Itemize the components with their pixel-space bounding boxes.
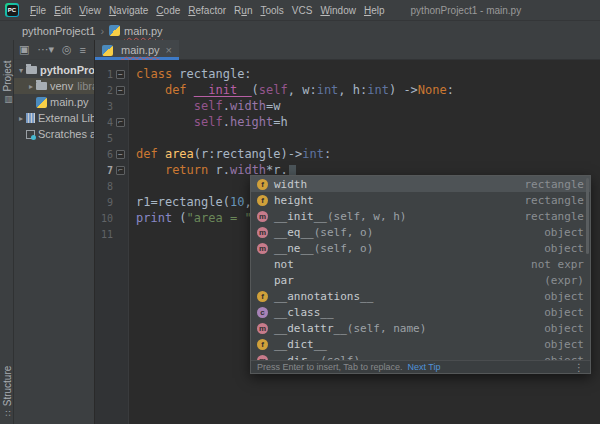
menu-item-window[interactable]: Window: [316, 5, 360, 16]
more-icon[interactable]: ⋮: [574, 362, 584, 373]
pycharm-logo-icon: PC: [5, 3, 19, 17]
chevron-down-icon[interactable]: ▾: [16, 66, 26, 75]
completion-item-dict[interactable]: f__dict__object: [251, 336, 590, 352]
editor-tab-bar: main.py ×: [95, 40, 600, 60]
fold-open-icon[interactable]: −: [116, 150, 125, 159]
pycharm-window: PC FileEditViewNavigateCodeRefactorRunTo…: [0, 0, 600, 424]
breadcrumb: pythonProject1 › main.py: [0, 21, 600, 40]
tree-item-main-py[interactable]: main.py: [14, 94, 94, 110]
completion-footer: Press Enter to insert, Tab to replace. N…: [251, 360, 590, 373]
code-line[interactable]: self.height=h: [136, 114, 600, 130]
tool-tab-structure[interactable]: ∷ Structure: [2, 366, 13, 416]
code-line[interactable]: class rectangle:: [136, 66, 600, 82]
code-line[interactable]: def __init__(self, w:int, h:int) ->None:: [136, 82, 600, 98]
tree-item-annotation: library root: [77, 80, 94, 92]
popup-scrollbar[interactable]: [586, 178, 589, 254]
fold-end-icon[interactable]: ⌐: [116, 118, 125, 127]
line-number: 9: [95, 197, 113, 208]
completion-type: rectangle: [516, 210, 584, 223]
line-number: 8: [95, 181, 113, 192]
gutter-line: 6−: [95, 146, 128, 162]
code-line[interactable]: [136, 130, 600, 146]
blank-icon: [257, 275, 268, 286]
class-icon: c: [257, 307, 268, 318]
tree-item-pythonproject1[interactable]: ▾pythonProject1: [14, 62, 94, 78]
completion-item-class[interactable]: c__class__object: [251, 304, 590, 320]
fold-marker[interactable]: −: [113, 86, 128, 95]
field-icon: f: [257, 195, 268, 206]
breadcrumb-project[interactable]: pythonProject1: [22, 25, 95, 37]
completion-type: not expr: [523, 258, 584, 271]
chevron-right-icon[interactable]: ▸: [26, 82, 36, 91]
completion-item-par[interactable]: par(expr): [251, 272, 590, 288]
completion-item-height[interactable]: fheightrectangle: [251, 192, 590, 208]
fold-open-icon[interactable]: −: [116, 70, 125, 79]
completion-label: height: [274, 194, 314, 207]
tree-item-label: venv: [50, 80, 73, 92]
fold-marker[interactable]: −: [113, 70, 128, 79]
completion-label: width: [274, 178, 307, 191]
tab-main-py[interactable]: main.py ×: [95, 40, 179, 60]
tree-item-scratches-and-consoles[interactable]: Scratches and Consoles: [14, 126, 94, 142]
completion-type: object: [536, 322, 584, 335]
folder-icon: [36, 82, 47, 90]
breadcrumb-file[interactable]: main.py: [124, 25, 163, 37]
fold-marker[interactable]: −: [113, 150, 128, 159]
completion-item-init[interactable]: m__init__(self, w, h)rectangle: [251, 208, 590, 224]
completion-label: __dict__: [274, 338, 327, 351]
completion-type: object: [536, 226, 584, 239]
menu-item-run[interactable]: Run: [230, 5, 256, 16]
menu-item-file[interactable]: File: [26, 5, 50, 16]
gutter-line: 3: [95, 98, 128, 114]
completion-item-not[interactable]: notnot expr: [251, 256, 590, 272]
completion-label: not: [274, 258, 294, 271]
completion-hint: Press Enter to insert, Tab to replace.: [257, 362, 402, 372]
tool-tab-project-label: Project: [2, 60, 13, 91]
gutter-line: 10: [95, 210, 128, 226]
menu-item-navigate[interactable]: Navigate: [105, 5, 152, 16]
menu-item-tools[interactable]: Tools: [256, 5, 287, 16]
menu-item-vcs[interactable]: VCS: [288, 5, 317, 16]
line-number: 4: [95, 117, 113, 128]
breadcrumb-separator-icon: ›: [100, 25, 104, 37]
next-tip-link[interactable]: Next Tip: [407, 362, 440, 372]
completion-item-delattr[interactable]: m__delattr__(self, name)object: [251, 320, 590, 336]
tree-item-external-libraries[interactable]: ▸External Libraries: [14, 110, 94, 126]
tab-close-icon[interactable]: ×: [166, 44, 172, 56]
code-line[interactable]: def area(r:rectangle)->int:: [136, 146, 600, 162]
method-icon: m: [257, 211, 268, 222]
menu-item-help[interactable]: Help: [360, 5, 389, 16]
line-number: 5: [95, 133, 113, 144]
fold-open-icon[interactable]: −: [116, 86, 125, 95]
tool-tab-project[interactable]: ▤ Project: [2, 60, 13, 104]
collapse-all-icon[interactable]: ≡: [80, 44, 86, 56]
completion-tail: (self, w, h): [327, 210, 406, 223]
locate-file-icon[interactable]: ◎: [62, 43, 72, 56]
method-icon: m: [257, 355, 268, 361]
code-line[interactable]: self.width=w: [136, 98, 600, 114]
completion-popup: fwidthrectanglefheightrectanglem__init__…: [250, 175, 591, 374]
completion-item-dir[interactable]: m__dir__(self)object: [251, 352, 590, 360]
fold-marker[interactable]: ⌐: [113, 166, 128, 175]
gutter-line: 2−: [95, 82, 128, 98]
panel-view-icon[interactable]: ▣: [19, 43, 29, 56]
completion-type: object: [536, 290, 584, 303]
gutter-line: 11: [95, 226, 128, 242]
menu-item-refactor[interactable]: Refactor: [184, 5, 230, 16]
panel-options-icon[interactable]: ⋯▾: [37, 43, 54, 56]
tree-item-label: pythonProject1: [40, 64, 94, 76]
fold-marker[interactable]: ⌐: [113, 118, 128, 127]
menu-item-edit[interactable]: Edit: [50, 5, 75, 16]
line-number: 7: [95, 165, 113, 176]
python-file-icon: [109, 25, 120, 36]
tree-item-venv[interactable]: ▸venvlibrary root: [14, 78, 94, 94]
gutter-line: 1−: [95, 66, 128, 82]
completion-item-width[interactable]: fwidthrectangle: [251, 176, 590, 192]
fold-end-icon[interactable]: ⌐: [116, 166, 125, 175]
menu-item-view[interactable]: View: [75, 5, 105, 16]
completion-item-ne[interactable]: m__ne__(self, o)object: [251, 240, 590, 256]
chevron-right-icon[interactable]: ▸: [16, 114, 26, 123]
completion-item-annotations[interactable]: f__annotations__object: [251, 288, 590, 304]
menu-item-code[interactable]: Code: [152, 5, 184, 16]
completion-item-eq[interactable]: m__eq__(self, o)object: [251, 224, 590, 240]
